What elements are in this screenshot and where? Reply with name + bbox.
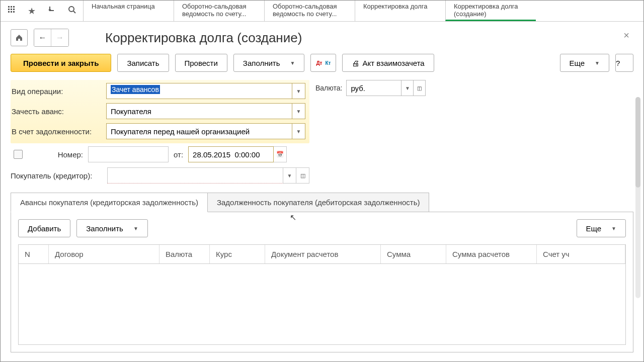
svg-rect-2 — [13, 6, 15, 8]
buyer-label: Покупатель (кредитор): — [11, 171, 102, 180]
tab-osv-2[interactable]: Оборотно-сальдоваяведомость по счету... — [264, 1, 355, 21]
from-label: от: — [174, 150, 183, 159]
dt-kt-button[interactable]: ДтКт — [310, 54, 336, 72]
currency-label: Валюта: — [315, 84, 342, 92]
add-row-button[interactable]: Добавить — [18, 219, 70, 237]
page-title: Корректировка долга (создание) — [105, 30, 302, 46]
col-rate[interactable]: Курс — [210, 245, 265, 263]
chevron-down-icon[interactable]: ▼ — [283, 167, 296, 184]
col-contract[interactable]: Договор — [49, 245, 159, 263]
doc-tabs: Авансы покупателя (кредиторская задолжен… — [11, 193, 633, 212]
window-tabs: Начальная страница Оборотно-сальдоваявед… — [83, 1, 643, 21]
tab-debt-adj-create[interactable]: Корректировка долга(создание) — [445, 1, 536, 21]
highlighted-fields: Вид операции: Зачет авансов ▼ Зачесть ав… — [11, 80, 309, 143]
number-label: Номер: — [28, 150, 83, 159]
tab-content: Добавить Заполнить Еще N Договор Валюта … — [11, 212, 633, 352]
posted-checkbox[interactable] — [14, 150, 23, 159]
chevron-down-icon[interactable]: ▼ — [292, 123, 305, 139]
svg-rect-7 — [11, 11, 12, 13]
history-icon[interactable] — [48, 6, 56, 17]
advance-input[interactable] — [106, 103, 292, 119]
tab-osv-1[interactable]: Оборотно-сальдоваяведомость по счету... — [174, 1, 264, 21]
scrollbar[interactable] — [635, 97, 640, 298]
against-debt-combo[interactable]: ▼ — [106, 123, 305, 139]
col-account[interactable]: Счет уч — [537, 245, 625, 263]
col-settlement-doc[interactable]: Документ расчетов — [265, 245, 381, 263]
currency-input[interactable] — [346, 80, 401, 96]
nav-history: ← → — [34, 29, 69, 47]
svg-rect-4 — [11, 9, 12, 10]
forward-button[interactable]: → — [51, 29, 68, 46]
col-sum-settlement[interactable]: Сумма расчетов — [446, 245, 537, 263]
chevron-down-icon[interactable]: ▼ — [401, 80, 414, 96]
open-icon[interactable]: ◫ — [296, 167, 309, 184]
svg-rect-8 — [13, 11, 15, 13]
svg-rect-0 — [8, 6, 10, 8]
svg-line-10 — [73, 11, 75, 13]
open-icon[interactable]: ◫ — [414, 80, 426, 96]
search-icon[interactable] — [68, 6, 76, 17]
tab-advances[interactable]: Авансы покупателя (кредиторская задолжен… — [11, 193, 208, 212]
topbar: ★ Начальная страница Оборотно-сальдоваяв… — [1, 1, 643, 22]
fill-button[interactable]: Заполнить — [233, 54, 305, 72]
advance-label: Зачесть аванс: — [11, 107, 101, 116]
svg-rect-3 — [8, 9, 10, 10]
col-currency[interactable]: Валюта — [159, 245, 210, 263]
act-offset-button[interactable]: 🖨Акт взаимозачета — [342, 54, 434, 72]
svg-rect-6 — [8, 11, 10, 13]
write-button[interactable]: Записать — [117, 54, 169, 72]
buyer-input[interactable] — [107, 167, 283, 184]
chevron-down-icon[interactable]: ▼ — [292, 103, 305, 119]
fill-rows-button[interactable]: Заполнить — [76, 219, 148, 237]
post-and-close-button[interactable]: Провести и закрыть — [11, 54, 111, 72]
svg-rect-1 — [11, 6, 12, 8]
buyer-combo[interactable]: ▼ ◫ — [107, 167, 309, 184]
apps-icon[interactable] — [8, 6, 16, 17]
home-button[interactable] — [11, 29, 28, 46]
tab-debt-adj[interactable]: Корректировка долга — [355, 1, 445, 21]
tab-receivables[interactable]: Задолженность покупателя (дебиторская за… — [208, 193, 429, 212]
close-icon[interactable]: × — [623, 30, 629, 41]
op-type-input[interactable]: Зачет авансов — [106, 83, 292, 99]
col-sum[interactable]: Сумма — [381, 245, 446, 263]
op-type-label: Вид операции: — [11, 87, 101, 96]
date-field[interactable]: 📅 — [188, 146, 287, 162]
tab-home[interactable]: Начальная страница — [83, 1, 174, 21]
svg-rect-5 — [13, 9, 15, 10]
advance-combo[interactable]: ▼ — [106, 103, 305, 119]
back-button[interactable]: ← — [34, 29, 51, 46]
col-n[interactable]: N — [19, 245, 49, 263]
svg-point-9 — [69, 7, 74, 12]
help-button[interactable]: ? — [615, 54, 633, 72]
chevron-down-icon[interactable]: ▼ — [292, 83, 305, 99]
more-button[interactable]: Еще — [560, 54, 609, 72]
calendar-icon[interactable]: 📅 — [274, 146, 287, 162]
printer-icon: 🖨 — [352, 59, 359, 67]
main-toolbar: Провести и закрыть Записать Провести Зап… — [11, 54, 633, 72]
currency-combo[interactable]: ▼ ◫ — [346, 80, 426, 96]
post-button[interactable]: Провести — [175, 54, 227, 72]
against-debt-label: В счет задолженности: — [11, 127, 101, 136]
rows-more-button[interactable]: Еще — [577, 219, 626, 237]
date-input[interactable] — [188, 146, 274, 162]
star-icon[interactable]: ★ — [28, 6, 36, 17]
data-grid[interactable]: N Договор Валюта Курс Документ расчетов … — [18, 244, 626, 345]
number-input[interactable] — [88, 146, 169, 162]
op-type-combo[interactable]: Зачет авансов ▼ — [106, 83, 305, 99]
grid-header: N Договор Валюта Курс Документ расчетов … — [19, 245, 625, 264]
against-debt-input[interactable] — [106, 123, 292, 139]
